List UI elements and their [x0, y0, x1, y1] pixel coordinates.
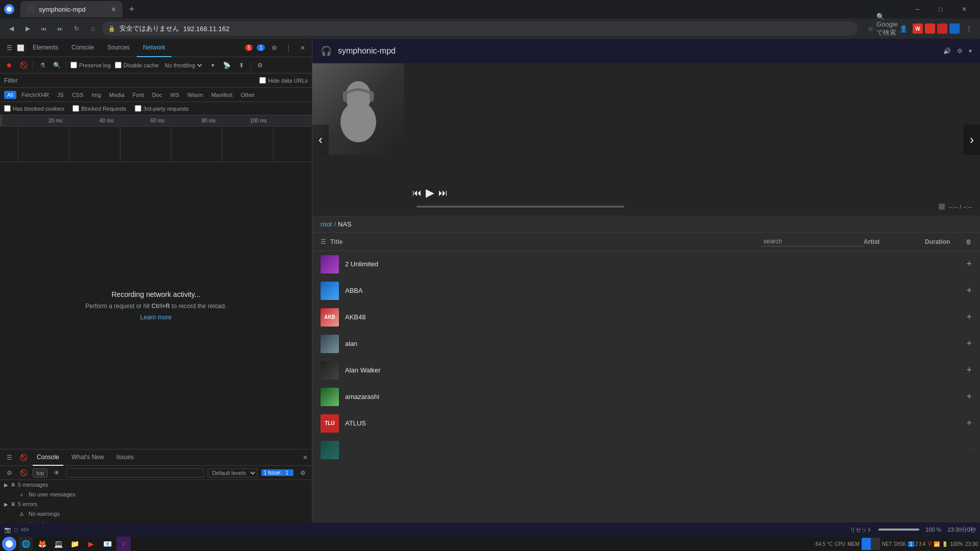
list-item[interactable]: alan +	[312, 331, 980, 357]
tab-sources[interactable]: Sources	[101, 39, 136, 57]
devtools-settings-button[interactable]: ⚙	[269, 43, 279, 53]
taskbar-app-5[interactable]: ▶	[84, 537, 98, 551]
has-blocked-cookies-cb[interactable]: Has blocked cookies	[4, 105, 64, 112]
type-btn-css[interactable]: CSS	[69, 91, 87, 99]
top-context-selector[interactable]: top	[33, 468, 47, 478]
menu-button[interactable]: ⋮	[962, 21, 976, 36]
bookmark-button[interactable]: ☆	[864, 21, 878, 36]
filter-icon[interactable]: ⚗	[37, 60, 47, 70]
active-tab[interactable]: symphonic-mpd ✕	[20, 1, 122, 17]
type-btn-fetchxhr[interactable]: Fetch/XHR	[18, 91, 52, 99]
workspace-2[interactable]: 2	[915, 541, 918, 547]
extension1-icon[interactable]: W	[913, 23, 923, 34]
list-item[interactable]: TLU ATLUS +	[312, 410, 980, 437]
console-clear-icon[interactable]: 🚫	[18, 453, 29, 463]
start-button[interactable]	[2, 537, 16, 551]
new-tab-button[interactable]: +	[125, 2, 139, 16]
workspace-4[interactable]: 4	[923, 541, 926, 547]
console-tab-console[interactable]: Console	[33, 449, 63, 466]
type-btn-wasm[interactable]: Wasm	[184, 91, 206, 99]
taskbar-app-3[interactable]: 💻	[51, 537, 65, 551]
record-button[interactable]: ⏺	[4, 60, 14, 70]
next-button[interactable]: ⏭	[438, 188, 448, 198]
learn-more-link[interactable]: Learn more	[140, 314, 172, 321]
search-icon[interactable]: 🔍	[52, 60, 62, 70]
progress-bar[interactable]	[416, 206, 624, 208]
player-prev-arrow[interactable]: ‹	[312, 124, 329, 155]
filter-input[interactable]	[4, 77, 255, 84]
list-item[interactable]: ABBA +	[312, 278, 980, 304]
errors-section[interactable]: ▶ ≡ 5 errors	[0, 499, 312, 509]
taskbar-app-7[interactable]: V	[116, 537, 131, 551]
console-tab-whatsnew[interactable]: What's New	[67, 449, 108, 466]
address-bar[interactable]: 🔒 安全ではありません 192.168.11.162	[102, 21, 857, 36]
home-button[interactable]: ⌂	[86, 21, 100, 36]
list-item[interactable]: Alan Walker +	[312, 357, 980, 384]
devtools-close-button[interactable]: ✕	[298, 43, 308, 53]
type-btn-ws[interactable]: WS	[167, 91, 182, 99]
console-menu-icon[interactable]: ☰	[4, 453, 14, 463]
hide-urls-checkbox[interactable]: Hide data URLs	[259, 77, 308, 84]
list-item[interactable]: 2 Unlimited +	[312, 251, 980, 278]
add-akb48-button[interactable]: +	[966, 312, 972, 322]
type-btn-img[interactable]: Img	[89, 91, 104, 99]
close-button[interactable]: ✕	[952, 0, 976, 18]
tab-network[interactable]: Network	[137, 39, 172, 57]
add-amazarashi-button[interactable]: +	[966, 391, 972, 402]
add-atlus-button[interactable]: +	[966, 418, 972, 429]
list-view-icon[interactable]: ☰	[321, 238, 326, 245]
code-icon[interactable]: </>	[21, 527, 29, 533]
level-select[interactable]: Default levels	[208, 468, 257, 478]
throttle-select[interactable]: No throttling	[163, 62, 204, 69]
camera-icon[interactable]: 📷	[4, 527, 11, 533]
console-close-button[interactable]: ✕	[303, 454, 308, 461]
console-settings-icon[interactable]: ⚙	[4, 468, 14, 478]
disable-cache-checkbox[interactable]: Disable cache	[115, 62, 159, 68]
breadcrumb-root[interactable]: root	[321, 220, 332, 228]
extension2-icon[interactable]	[925, 23, 935, 34]
network-settings-icon[interactable]: 📡	[222, 60, 232, 70]
add-abba-button[interactable]: +	[966, 285, 972, 296]
add-alanwalker-button[interactable]: +	[966, 365, 972, 375]
window-icon[interactable]: □	[14, 527, 18, 533]
blocked-requests-cb[interactable]: Blocked Requests	[72, 105, 127, 112]
devtools-more-button[interactable]: ⋮	[283, 43, 293, 53]
list-item[interactable]: AKB AKB48 +	[312, 304, 980, 331]
taskbar-app-1[interactable]: 🌐	[18, 537, 33, 551]
devtools-responsive-icon[interactable]: ⬜	[15, 43, 26, 53]
type-btn-manifest[interactable]: Manifest	[208, 91, 236, 99]
extension4-icon[interactable]	[949, 23, 960, 34]
add-alan-button[interactable]: +	[966, 338, 972, 349]
reset-button[interactable]: リセット	[850, 526, 872, 534]
workspace-3[interactable]: 3	[919, 541, 922, 547]
add-next-button[interactable]: ·	[969, 444, 972, 455]
devtools-menu-icon[interactable]: ☰	[4, 43, 14, 53]
delete-all-icon[interactable]: 🗑	[966, 238, 972, 245]
clear-button[interactable]: 🚫	[18, 60, 29, 70]
profile-button[interactable]: 👤	[896, 21, 911, 36]
search-engine-dropdown[interactable]: 🔍 Google で検索 ▾	[880, 21, 894, 36]
throttle-dropdown-icon[interactable]: ▾	[208, 60, 218, 70]
messages-section[interactable]: ▶ ≡ 5 messages	[0, 480, 312, 489]
eye-icon[interactable]: 👁	[52, 468, 62, 478]
upload-icon[interactable]: ⬆	[236, 60, 247, 70]
workspace-1[interactable]: 1	[908, 541, 914, 547]
home-button-skip[interactable]: ⏮	[37, 21, 51, 36]
type-btn-js[interactable]: JS	[54, 91, 67, 99]
back-button[interactable]: ◀	[4, 21, 18, 36]
gear-icon[interactable]: ⚙	[255, 60, 265, 70]
end-button-skip[interactable]: ⏭	[53, 21, 67, 36]
list-item[interactable]: ·	[312, 437, 980, 463]
console-clear2-icon[interactable]: 🚫	[18, 468, 29, 478]
type-btn-all[interactable]: All	[4, 91, 16, 99]
tab-close-icon[interactable]: ✕	[111, 6, 116, 13]
type-btn-media[interactable]: Media	[106, 91, 128, 99]
console-gear-icon[interactable]: ⚙	[298, 468, 308, 478]
type-btn-doc[interactable]: Doc	[149, 91, 165, 99]
console-tab-issues[interactable]: Issues	[112, 449, 138, 466]
tab-elements[interactable]: Elements	[27, 39, 64, 57]
taskbar-app-4[interactable]: 📁	[67, 537, 82, 551]
type-btn-other[interactable]: Other	[237, 91, 258, 99]
play-button[interactable]: ▶	[426, 186, 434, 199]
console-filter-input[interactable]	[66, 468, 203, 478]
